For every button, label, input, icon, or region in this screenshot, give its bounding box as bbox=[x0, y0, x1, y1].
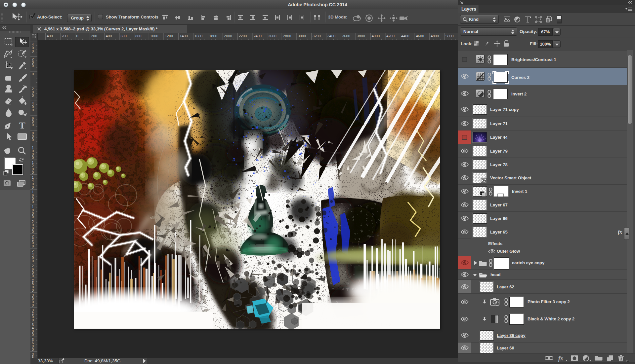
svg-text:1200: 1200 bbox=[165, 34, 173, 38]
svg-text:fx: fx bbox=[618, 229, 622, 235]
svg-text:1000: 1000 bbox=[150, 34, 158, 38]
svg-text:0: 0 bbox=[32, 49, 34, 53]
svg-text:1400: 1400 bbox=[180, 34, 188, 38]
svg-text:4600: 4600 bbox=[416, 34, 424, 38]
svg-text:0: 0 bbox=[32, 303, 34, 307]
svg-text:0: 0 bbox=[32, 200, 34, 204]
svg-text:800: 800 bbox=[135, 34, 141, 38]
svg-text:3400: 3400 bbox=[327, 34, 335, 38]
svg-text:0: 0 bbox=[32, 259, 34, 263]
svg-text:0: 0 bbox=[76, 34, 78, 38]
svg-text:0: 0 bbox=[32, 185, 34, 189]
svg-text:200: 200 bbox=[91, 34, 97, 38]
svg-text:3800: 3800 bbox=[357, 34, 365, 38]
svg-text:4400: 4400 bbox=[401, 34, 409, 38]
svg-text:T: T bbox=[19, 121, 25, 129]
svg-text:0: 0 bbox=[32, 156, 34, 160]
svg-text:2400: 2400 bbox=[253, 34, 261, 38]
svg-text:1800: 1800 bbox=[209, 34, 217, 38]
svg-text:0: 0 bbox=[32, 347, 34, 351]
svg-text:4000: 4000 bbox=[372, 34, 380, 38]
svg-text:0: 0 bbox=[32, 93, 34, 97]
svg-text:4800: 4800 bbox=[431, 34, 439, 38]
svg-text:0: 0 bbox=[32, 288, 34, 292]
svg-text:2000: 2000 bbox=[224, 34, 232, 38]
svg-text:0: 0 bbox=[32, 138, 34, 142]
svg-text:0: 0 bbox=[32, 215, 34, 219]
svg-text:0: 0 bbox=[32, 333, 34, 337]
svg-text:2200: 2200 bbox=[239, 34, 247, 38]
svg-text:600: 600 bbox=[120, 34, 126, 38]
svg-text:3000: 3000 bbox=[298, 34, 306, 38]
svg-text:400: 400 bbox=[106, 34, 112, 38]
svg-text:2600: 2600 bbox=[268, 34, 276, 38]
svg-text:0: 0 bbox=[32, 123, 34, 127]
svg-text:0: 0 bbox=[32, 64, 34, 68]
svg-text:0: 0 bbox=[32, 108, 34, 112]
svg-text:0: 0 bbox=[32, 230, 34, 234]
svg-text:3600: 3600 bbox=[342, 34, 350, 38]
svg-text:4200: 4200 bbox=[386, 34, 394, 38]
svg-text:400: 400 bbox=[47, 34, 53, 38]
svg-text:0: 0 bbox=[32, 170, 34, 174]
svg-text:0: 0 bbox=[32, 274, 34, 278]
svg-text:1600: 1600 bbox=[194, 34, 202, 38]
svg-text:fx: fx bbox=[558, 355, 563, 362]
svg-text:0: 0 bbox=[32, 244, 34, 248]
svg-text:0: 0 bbox=[32, 318, 34, 322]
svg-text:3200: 3200 bbox=[313, 34, 320, 38]
svg-text:2800: 2800 bbox=[283, 34, 291, 38]
svg-text:200: 200 bbox=[62, 34, 67, 38]
svg-text:0: 0 bbox=[32, 72, 34, 76]
svg-text:5000: 5000 bbox=[445, 34, 453, 38]
